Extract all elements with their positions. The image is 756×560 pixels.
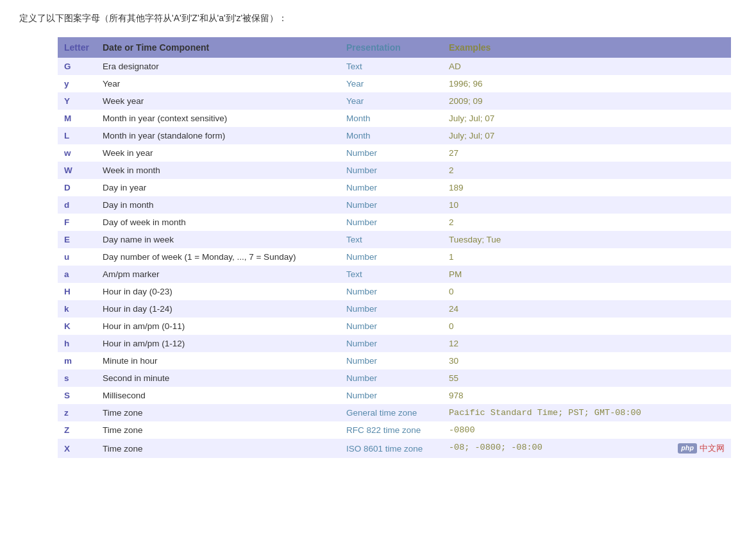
- cell-letter: Z: [58, 421, 96, 439]
- table-row: KHour in am/pm (0-11)Number0: [58, 318, 731, 335]
- cell-presentation: General time zone: [340, 404, 442, 421]
- cell-letter: W: [58, 162, 96, 179]
- cell-letter: d: [58, 196, 96, 214]
- cell-component: Day name in week: [96, 231, 340, 248]
- cell-component: Era designator: [96, 58, 340, 75]
- cell-component: Hour in day (0-23): [96, 283, 340, 300]
- cell-component: Day number of week (1 = Monday, ..., 7 =…: [96, 248, 340, 266]
- cell-letter: y: [58, 75, 96, 92]
- cell-examples: 978: [442, 387, 731, 404]
- cell-letter: s: [58, 369, 96, 387]
- table-row: HHour in day (0-23)Number0: [58, 283, 731, 300]
- cell-letter: m: [58, 352, 96, 369]
- php-badge: php中文网: [678, 443, 725, 454]
- cell-component: Day in year: [96, 179, 340, 196]
- cell-presentation: Number: [340, 162, 442, 179]
- table-row: FDay of week in monthNumber2: [58, 214, 731, 231]
- cell-component: Year: [96, 75, 340, 92]
- php-logo: php: [678, 443, 697, 454]
- table-row: WWeek in monthNumber2: [58, 162, 731, 179]
- cell-letter: X: [58, 439, 96, 458]
- date-format-table: Letter Date or Time Component Presentati…: [58, 37, 731, 458]
- cell-examples: 1996; 96: [442, 75, 731, 92]
- cell-examples: -0800: [442, 421, 731, 439]
- cell-presentation: ISO 8601 time zone: [340, 439, 442, 458]
- cell-letter: H: [58, 283, 96, 300]
- cell-component: Minute in hour: [96, 352, 340, 369]
- cell-examples: 24: [442, 300, 731, 318]
- table-row: yYearYear1996; 96: [58, 75, 731, 92]
- cell-letter: u: [58, 248, 96, 266]
- header-presentation: Presentation: [340, 37, 442, 58]
- table-row: aAm/pm markerTextPM: [58, 266, 731, 283]
- cell-examples: -08; -0800; -08:00php中文网: [442, 439, 731, 458]
- cell-letter: K: [58, 318, 96, 335]
- table-row: wWeek in yearNumber27: [58, 144, 731, 162]
- cell-component: Day of week in month: [96, 214, 340, 231]
- cell-examples: AD: [442, 58, 731, 75]
- cell-letter: k: [58, 300, 96, 318]
- header-row: Letter Date or Time Component Presentati…: [58, 37, 731, 58]
- cell-component: Time zone: [96, 421, 340, 439]
- cell-presentation: Month: [340, 110, 442, 127]
- cell-letter: z: [58, 404, 96, 421]
- cell-examples: Pacific Standard Time; PST; GMT-08:00: [442, 404, 731, 421]
- cell-letter: a: [58, 266, 96, 283]
- table-row: MMonth in year (context sensitive)MonthJ…: [58, 110, 731, 127]
- cell-examples: 2009; 09: [442, 92, 731, 110]
- cell-presentation: Text: [340, 58, 442, 75]
- table-row: kHour in day (1-24)Number24: [58, 300, 731, 318]
- cell-component: Am/pm marker: [96, 266, 340, 283]
- cell-component: Hour in am/pm (0-11): [96, 318, 340, 335]
- cell-presentation: Text: [340, 231, 442, 248]
- cell-presentation: Number: [340, 196, 442, 214]
- cell-examples: 55: [442, 369, 731, 387]
- cell-component: Month in year (standalone form): [96, 127, 340, 144]
- table-row: zTime zoneGeneral time zonePacific Stand…: [58, 404, 731, 421]
- cell-component: Week year: [96, 92, 340, 110]
- cell-presentation: Month: [340, 127, 442, 144]
- cell-component: Week in month: [96, 162, 340, 179]
- table-row: sSecond in minuteNumber55: [58, 369, 731, 387]
- cell-examples: 0: [442, 318, 731, 335]
- table-row: LMonth in year (standalone form)MonthJul…: [58, 127, 731, 144]
- cell-examples: July; Jul; 07: [442, 110, 731, 127]
- cell-presentation: Number: [340, 300, 442, 318]
- cell-letter: S: [58, 387, 96, 404]
- cell-letter: D: [58, 179, 96, 196]
- cell-presentation: Number: [340, 283, 442, 300]
- header-examples: Examples: [442, 37, 731, 58]
- cell-component: Millisecond: [96, 387, 340, 404]
- cell-component: Time zone: [96, 404, 340, 421]
- table-row: YWeek yearYear2009; 09: [58, 92, 731, 110]
- cell-presentation: Number: [340, 318, 442, 335]
- cell-presentation: Year: [340, 75, 442, 92]
- cell-component: Month in year (context sensitive): [96, 110, 340, 127]
- cell-examples: 2: [442, 214, 731, 231]
- table-row: GEra designatorTextAD: [58, 58, 731, 75]
- table-row: SMillisecondNumber978: [58, 387, 731, 404]
- cell-letter: h: [58, 335, 96, 352]
- cell-letter: F: [58, 214, 96, 231]
- table-row: XTime zoneISO 8601 time zone-08; -0800; …: [58, 439, 731, 458]
- cell-letter: w: [58, 144, 96, 162]
- table-wrapper: Letter Date or Time Component Presentati…: [58, 37, 737, 458]
- cell-presentation: Text: [340, 266, 442, 283]
- cell-presentation: Number: [340, 144, 442, 162]
- table-row: dDay in monthNumber10: [58, 196, 731, 214]
- cell-examples: 0: [442, 283, 731, 300]
- cell-presentation: Number: [340, 335, 442, 352]
- cell-examples: 1: [442, 248, 731, 266]
- table-row: ZTime zoneRFC 822 time zone-0800: [58, 421, 731, 439]
- cell-examples: 12: [442, 335, 731, 352]
- cell-letter: L: [58, 127, 96, 144]
- php-site-label: 中文网: [700, 443, 725, 454]
- table-body: GEra designatorTextADyYearYear1996; 96YW…: [58, 58, 731, 458]
- cell-presentation: Number: [340, 179, 442, 196]
- cell-component: Day in month: [96, 196, 340, 214]
- intro-text: 定义了以下图案字母（所有其他字符从'A'到'Z'和从'a'到'z'被保留）：: [19, 13, 737, 24]
- cell-presentation: Number: [340, 369, 442, 387]
- cell-component: Week in year: [96, 144, 340, 162]
- table-row: uDay number of week (1 = Monday, ..., 7 …: [58, 248, 731, 266]
- cell-letter: M: [58, 110, 96, 127]
